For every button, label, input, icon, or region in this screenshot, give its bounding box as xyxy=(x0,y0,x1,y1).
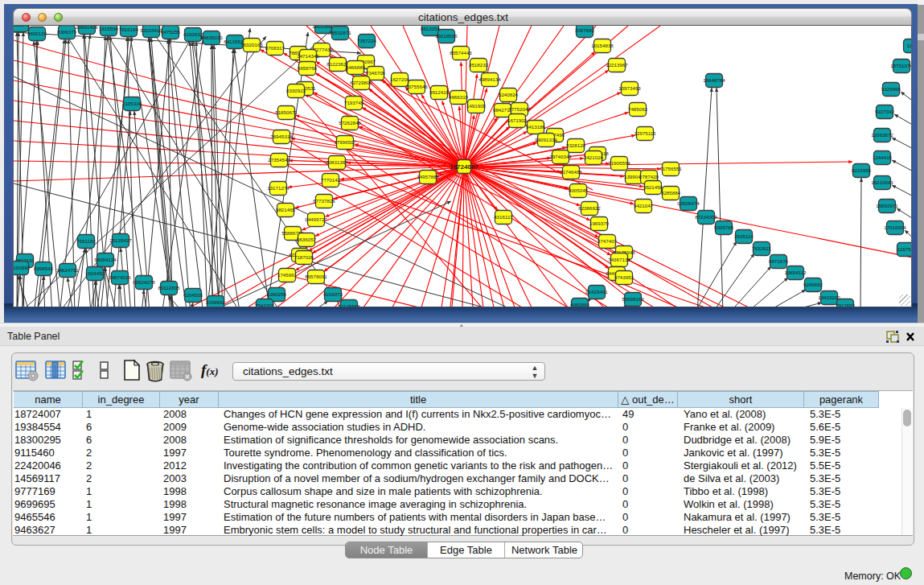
svg-text:3285884: 3285884 xyxy=(661,190,681,196)
svg-text:4316117: 4316117 xyxy=(494,214,513,220)
svg-text:6998543: 6998543 xyxy=(34,266,54,271)
svg-text:2787429: 2787429 xyxy=(639,174,659,179)
svg-text:2260256: 2260256 xyxy=(267,291,287,297)
svg-text:87234309: 87234309 xyxy=(695,214,717,220)
svg-text:16210643: 16210643 xyxy=(871,179,893,185)
svg-text:8386379: 8386379 xyxy=(57,29,77,35)
svg-text:02606474: 02606474 xyxy=(677,200,700,206)
svg-text:2087682: 2087682 xyxy=(575,27,595,33)
svg-text:34957885: 34957885 xyxy=(417,174,439,179)
svg-text:7346706: 7346706 xyxy=(366,70,386,76)
svg-text:99091334: 99091334 xyxy=(535,137,557,142)
svg-text:98084124: 98084124 xyxy=(94,257,117,262)
svg-text:0330923: 0330923 xyxy=(286,88,306,93)
svg-text:17016504: 17016504 xyxy=(884,225,906,230)
svg-text:7991183: 7991183 xyxy=(76,238,96,244)
svg-text:1671902: 1671902 xyxy=(507,117,528,123)
svg-text:1824493: 1824493 xyxy=(85,270,105,276)
svg-text:9421047: 9421047 xyxy=(634,203,654,208)
svg-text:7187026: 7187026 xyxy=(294,254,314,260)
svg-text:27354549: 27354549 xyxy=(268,157,290,163)
svg-text:80831367: 80831367 xyxy=(326,159,348,165)
svg-text:7632621: 7632621 xyxy=(752,245,772,251)
svg-text:71756551: 71756551 xyxy=(659,166,682,171)
svg-text:53755646: 53755646 xyxy=(405,84,428,89)
svg-text:20691406: 20691406 xyxy=(76,26,98,30)
svg-text:3747407: 3747407 xyxy=(598,238,618,244)
svg-text:12213967: 12213967 xyxy=(606,62,628,68)
svg-text:34714345: 34714345 xyxy=(297,53,319,59)
svg-text:55698169: 55698169 xyxy=(622,296,644,302)
svg-text:1615594: 1615594 xyxy=(99,26,119,31)
svg-text:1244415: 1244415 xyxy=(873,154,893,160)
svg-text:16648784: 16648784 xyxy=(703,77,725,83)
svg-text:80112805: 80112805 xyxy=(158,285,180,290)
svg-text:79740344: 79740344 xyxy=(549,154,572,159)
svg-text:5240824: 5240824 xyxy=(499,92,519,97)
svg-text:19218506: 19218506 xyxy=(435,33,458,39)
svg-text:9912419: 9912419 xyxy=(429,89,450,95)
svg-text:74367136: 74367136 xyxy=(608,257,630,262)
svg-text:76320163: 76320163 xyxy=(240,42,263,47)
svg-text:9245652: 9245652 xyxy=(803,282,823,287)
svg-text:7917693: 7917693 xyxy=(836,303,856,307)
svg-text:12093872: 12093872 xyxy=(871,132,893,138)
svg-text:71906594: 71906594 xyxy=(608,160,630,166)
svg-text:9743953: 9743953 xyxy=(614,274,634,280)
svg-text:8215955: 8215955 xyxy=(852,167,872,173)
svg-text:04499727: 04499727 xyxy=(305,216,327,222)
svg-text:9413186: 9413186 xyxy=(526,124,546,130)
svg-text:6658760: 6658760 xyxy=(298,65,318,71)
svg-text:8471676: 8471676 xyxy=(769,258,789,264)
svg-text:10154838: 10154838 xyxy=(591,43,614,48)
svg-text:76945314: 76945314 xyxy=(270,134,293,139)
svg-text:54145868: 54145868 xyxy=(338,303,360,307)
svg-text:37996507: 37996507 xyxy=(334,139,356,145)
svg-text:12975115: 12975115 xyxy=(634,130,656,136)
svg-text:7357224: 7357224 xyxy=(357,38,377,43)
svg-text:01429401: 01429401 xyxy=(585,289,608,295)
svg-text:77752047: 77752047 xyxy=(508,106,531,112)
svg-text:8813054: 8813054 xyxy=(421,26,441,31)
svg-text:2935114: 2935114 xyxy=(734,233,754,239)
svg-text:96532871: 96532871 xyxy=(329,30,351,35)
svg-text:71746488: 71746488 xyxy=(560,169,582,175)
svg-text:7485063: 7485063 xyxy=(628,106,648,112)
svg-text:2105334: 2105334 xyxy=(122,101,142,106)
svg-text:10654112: 10654112 xyxy=(784,270,807,275)
svg-text:9329966: 9329966 xyxy=(881,86,901,92)
svg-text:7816184: 7816184 xyxy=(119,27,139,32)
svg-text:5466889: 5466889 xyxy=(346,64,366,70)
svg-text:67737826: 67737826 xyxy=(313,198,335,204)
svg-text:34874016: 34874016 xyxy=(109,274,131,280)
svg-text:1491905: 1491905 xyxy=(466,103,487,109)
svg-text:5009788: 5009788 xyxy=(714,225,734,230)
svg-text:4966319: 4966319 xyxy=(449,94,469,100)
svg-text:10973493: 10973493 xyxy=(618,85,641,91)
svg-text:85574443: 85574443 xyxy=(450,50,472,56)
svg-text:8708317: 8708317 xyxy=(265,45,285,51)
svg-text:7770143: 7770143 xyxy=(321,177,341,183)
svg-text:1745961: 1745961 xyxy=(277,272,298,278)
svg-text:4216073: 4216073 xyxy=(323,291,343,297)
svg-text:6204505: 6204505 xyxy=(183,292,203,298)
svg-text:64835030: 64835030 xyxy=(200,35,223,40)
svg-text:1605572: 1605572 xyxy=(14,26,31,27)
svg-text:9600133: 9600133 xyxy=(27,31,47,36)
svg-text:3158692: 3158692 xyxy=(206,299,226,305)
svg-text:7543303: 7543303 xyxy=(255,303,275,307)
svg-text:51850671: 51850671 xyxy=(275,109,298,115)
svg-text:9636057: 9636057 xyxy=(297,237,317,242)
svg-text:15692971: 15692971 xyxy=(876,203,898,208)
svg-text:7193745: 7193745 xyxy=(344,100,364,105)
svg-text:93103413: 93103413 xyxy=(140,27,162,33)
svg-text:4005045: 4005045 xyxy=(569,187,589,193)
svg-text:15751074: 15751074 xyxy=(890,63,912,68)
svg-text:4060883: 4060883 xyxy=(570,302,590,307)
svg-text:86578091: 86578091 xyxy=(305,274,327,279)
svg-text:62386922: 62386922 xyxy=(578,205,601,211)
svg-text:9227342: 9227342 xyxy=(875,109,895,114)
svg-text:34624751: 34624751 xyxy=(56,267,79,273)
svg-text:49894134: 49894134 xyxy=(478,76,501,82)
svg-text:9821465: 9821465 xyxy=(276,207,296,212)
